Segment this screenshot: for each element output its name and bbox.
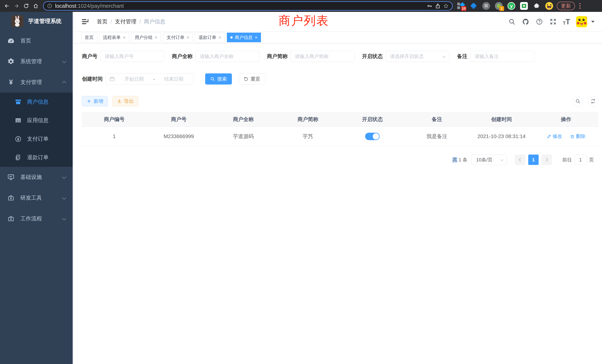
green-board-icon	[520, 2, 528, 10]
goto-label: 前往	[562, 157, 572, 163]
sidebar-item-label: 应用信息	[27, 117, 49, 124]
sidebar-item-label: 商户信息	[27, 98, 49, 106]
back-button[interactable]	[3, 2, 11, 10]
header-search-button[interactable]	[508, 18, 516, 26]
tab-pay-order[interactable]: 支付订单 ×	[163, 33, 193, 42]
tab-refund-order[interactable]: 退款订单 ×	[195, 33, 225, 42]
remark-input[interactable]	[470, 51, 534, 62]
sidebar-item-pay[interactable]: ¥ 支付管理	[0, 72, 73, 93]
close-icon[interactable]: ×	[123, 35, 126, 40]
refresh-table-button[interactable]	[588, 96, 598, 106]
search-button[interactable]: 搜索	[205, 73, 232, 85]
extensions-area: 10 ⌘ 1 y	[457, 2, 553, 10]
home-button[interactable]	[32, 2, 40, 10]
status-toggle-on[interactable]	[365, 133, 380, 140]
date-range-picker[interactable]: 开始日期 - 结束日期	[106, 73, 194, 85]
dashboard-icon	[7, 36, 15, 45]
forward-button[interactable]	[12, 2, 21, 10]
tab-label: 退款订单	[198, 34, 216, 40]
goto-page-input[interactable]	[575, 155, 586, 165]
full-name-input[interactable]	[195, 51, 259, 62]
tab-home[interactable]: 首页	[81, 33, 97, 42]
extension-badge: 1	[499, 6, 504, 11]
fullscreen-button[interactable]	[549, 18, 557, 26]
col-status: 开启状态	[340, 116, 405, 123]
sidebar-item-refund-order[interactable]: 退款订单	[0, 148, 73, 167]
short-name-input[interactable]	[291, 51, 355, 62]
pikachu-avatar-image	[576, 16, 587, 27]
filter-row-1: 商户号 商户全称 商户简称 开启状态 请选择开启状态	[82, 51, 598, 62]
sidebar-item-merchant-info[interactable]: 商户信息	[0, 93, 73, 111]
reset-button[interactable]: 重置	[238, 73, 265, 85]
search-label: 搜索	[217, 76, 227, 82]
tab-merchant-info[interactable]: 商户信息 ×	[227, 33, 261, 42]
font-size-button[interactable]: TT	[563, 18, 570, 25]
start-date-placeholder[interactable]: 开始日期	[118, 76, 150, 82]
close-icon[interactable]: ×	[218, 35, 221, 40]
status-select[interactable]: 请选择开启状态	[386, 51, 450, 62]
breadcrumb-home[interactable]: 首页	[97, 18, 108, 25]
page-content: 商户号 商户全称 商户简称 开启状态 请选择开启状态	[74, 43, 602, 364]
breadcrumb: 首页 / 支付管理 / 商户信息	[97, 18, 165, 25]
filter-remark: 备注	[457, 51, 534, 62]
sidebar-item-label: 首页	[20, 37, 31, 44]
tab-flow-form[interactable]: 流程表单 ×	[99, 33, 129, 42]
add-label: 新增	[94, 98, 103, 105]
toggle-search-button[interactable]	[573, 96, 583, 106]
extension-yuque[interactable]: y	[507, 2, 515, 10]
cell-status	[340, 133, 405, 140]
chrome-update-button[interactable]: 更新	[557, 2, 575, 10]
browser-menu-button[interactable]	[579, 3, 581, 9]
extension-green-board[interactable]	[520, 2, 528, 10]
sidebar-item-app-info[interactable]: 应用信息	[0, 111, 73, 130]
export-button[interactable]: 导出	[112, 96, 138, 106]
breadcrumb-separator: /	[139, 19, 141, 25]
store-icon	[14, 98, 22, 106]
pagination-jumper: 前往 页	[562, 155, 594, 165]
bookmark-star-icon[interactable]	[443, 3, 449, 9]
prev-page-button[interactable]	[515, 155, 525, 165]
page-number-1[interactable]: 1	[528, 155, 539, 165]
field-label: 商户号	[82, 53, 97, 60]
github-link[interactable]	[522, 18, 529, 26]
browser-profile-avatar[interactable]	[545, 2, 553, 10]
extensions-puzzle-button[interactable]	[533, 2, 540, 10]
sidebar-item-workflow[interactable]: 工作流程	[0, 208, 73, 229]
sidebar-item-system[interactable]: 系统管理	[0, 51, 73, 72]
page-size-select[interactable]: 10条/页	[472, 155, 507, 165]
extension-gem[interactable]	[470, 2, 477, 10]
help-button[interactable]	[536, 18, 543, 26]
close-icon[interactable]: ×	[155, 35, 157, 40]
add-button[interactable]: 新增	[82, 96, 108, 106]
sidebar-item-home[interactable]: 首页	[0, 30, 73, 51]
end-date-placeholder[interactable]: 结束日期	[157, 76, 190, 82]
address-bar[interactable]: localhost:1024/pay/merchant	[43, 1, 453, 11]
chevron-down-icon	[62, 59, 66, 63]
extension-command[interactable]: ⌘	[482, 2, 490, 10]
document-copy-icon	[14, 153, 22, 162]
sidebar-logo[interactable]: 芋道管理系统	[0, 12, 73, 30]
extension-tampermonkey[interactable]: 10	[457, 2, 465, 10]
edit-link[interactable]: 修改	[547, 133, 562, 139]
extension-recorder[interactable]: 1	[495, 2, 503, 10]
user-avatar[interactable]	[576, 16, 587, 27]
share-icon[interactable]	[435, 3, 441, 9]
delete-link[interactable]: 删除	[570, 133, 585, 139]
avatar-caret-icon[interactable]	[591, 21, 595, 23]
password-key-icon[interactable]	[427, 3, 432, 9]
merchant-no-input[interactable]	[100, 51, 164, 62]
sidebar-toggle-button[interactable]	[81, 18, 89, 26]
reload-button[interactable]	[22, 2, 30, 10]
font-size-large-glyph: T	[566, 18, 570, 25]
close-icon[interactable]: ×	[255, 35, 258, 40]
tab-user-group[interactable]: 用户分组 ×	[131, 33, 161, 42]
next-page-button[interactable]	[542, 155, 552, 165]
table-row: 1 M233666999 芋道源码 芋艿 我是备注 2021-10-23 08:…	[82, 127, 598, 146]
sidebar-item-dev-tools[interactable]: 研发工具	[0, 188, 73, 208]
calendar-icon	[109, 76, 115, 82]
sidebar-item-infra[interactable]: 基础设施	[0, 167, 73, 188]
sidebar-item-pay-order[interactable]: 支付订单	[0, 130, 73, 148]
date-range-separator: -	[153, 76, 155, 82]
breadcrumb-pay[interactable]: 支付管理	[115, 18, 136, 25]
close-icon[interactable]: ×	[187, 35, 189, 40]
